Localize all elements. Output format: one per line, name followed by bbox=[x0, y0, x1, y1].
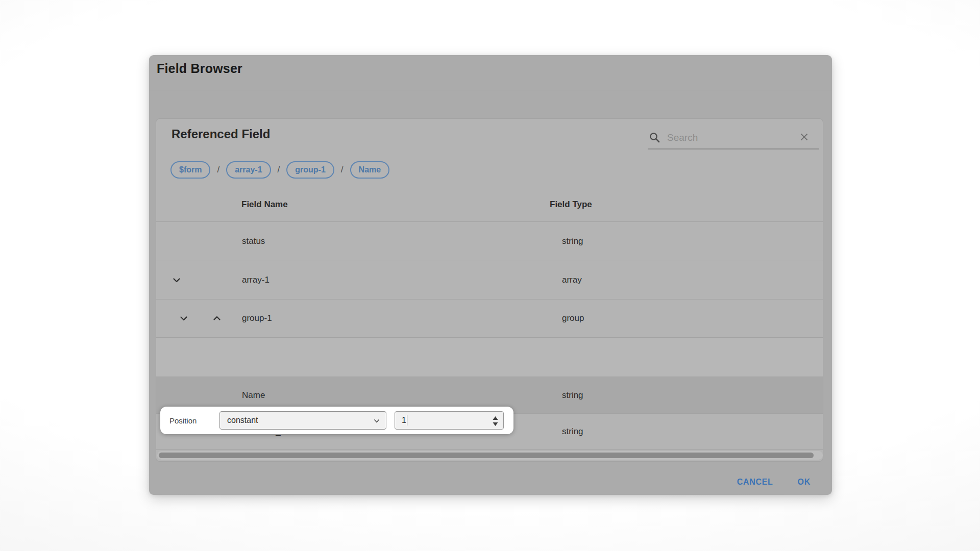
horizontal-scrollbar-track[interactable] bbox=[157, 451, 823, 460]
breadcrumb-chip-name[interactable]: Name bbox=[350, 161, 390, 179]
column-header-field-name: Field Name bbox=[241, 199, 288, 210]
column-header-field-type: Field Type bbox=[550, 199, 592, 210]
position-mode-select[interactable]: constant bbox=[219, 411, 386, 430]
table-row-group-1[interactable]: group-1 group bbox=[156, 299, 823, 337]
cancel-button[interactable]: CANCEL bbox=[735, 473, 775, 491]
field-name-cell: group-1 bbox=[242, 313, 272, 323]
chevron-down-icon[interactable] bbox=[171, 274, 182, 286]
field-type-cell: string bbox=[562, 427, 583, 437]
table-row-status[interactable]: status string bbox=[156, 221, 823, 261]
position-number-input[interactable]: 1 bbox=[395, 411, 504, 430]
breadcrumb-chip-group-1[interactable]: group-1 bbox=[286, 161, 334, 179]
header-divider bbox=[149, 90, 832, 90]
referenced-field-panel: Referenced Field $form / array-1 / group… bbox=[156, 118, 823, 462]
horizontal-scrollbar-thumb[interactable] bbox=[159, 453, 814, 458]
chevron-down-icon bbox=[373, 417, 381, 425]
chevron-down-icon[interactable] bbox=[178, 313, 189, 324]
breadcrumb-separator: / bbox=[341, 165, 344, 175]
position-mode-value: constant bbox=[227, 416, 258, 425]
breadcrumb-separator: / bbox=[217, 165, 219, 175]
field-type-cell: string bbox=[562, 390, 583, 400]
position-number-value: 1 bbox=[402, 416, 406, 425]
search-icon bbox=[649, 132, 660, 143]
breadcrumb: $form / array-1 / group-1 / Name bbox=[170, 161, 389, 179]
position-label: Position bbox=[169, 416, 197, 425]
clear-search-icon[interactable] bbox=[799, 132, 809, 142]
field-type-cell: array bbox=[562, 275, 582, 285]
breadcrumb-chip-array-1[interactable]: array-1 bbox=[226, 161, 271, 179]
search-input[interactable] bbox=[667, 130, 795, 145]
table-row-array-1[interactable]: array-1 array bbox=[156, 261, 823, 299]
field-browser-dialog: Field Browser Referenced Field $form / a… bbox=[149, 55, 832, 495]
dialog-title: Field Browser bbox=[157, 61, 242, 76]
field-name-cell: Name bbox=[242, 390, 265, 400]
text-cursor bbox=[407, 415, 408, 425]
search-field[interactable] bbox=[648, 125, 819, 149]
ok-button[interactable]: OK bbox=[796, 473, 813, 491]
position-editor-spotlight: Position constant 1 bbox=[160, 407, 513, 434]
breadcrumb-separator: / bbox=[278, 165, 280, 175]
field-type-cell: group bbox=[562, 313, 584, 323]
number-stepper-icon[interactable] bbox=[492, 416, 499, 427]
chevron-up-icon[interactable] bbox=[211, 313, 223, 324]
field-name-cell: status bbox=[242, 236, 265, 246]
dialog-actions: CANCEL OK bbox=[735, 473, 813, 491]
field-name-cell: array-1 bbox=[242, 275, 270, 285]
breadcrumb-chip-form[interactable]: $form bbox=[170, 161, 210, 179]
field-type-cell: string bbox=[562, 236, 583, 246]
table-row-position-editor bbox=[156, 337, 823, 377]
panel-heading: Referenced Field bbox=[172, 127, 270, 141]
